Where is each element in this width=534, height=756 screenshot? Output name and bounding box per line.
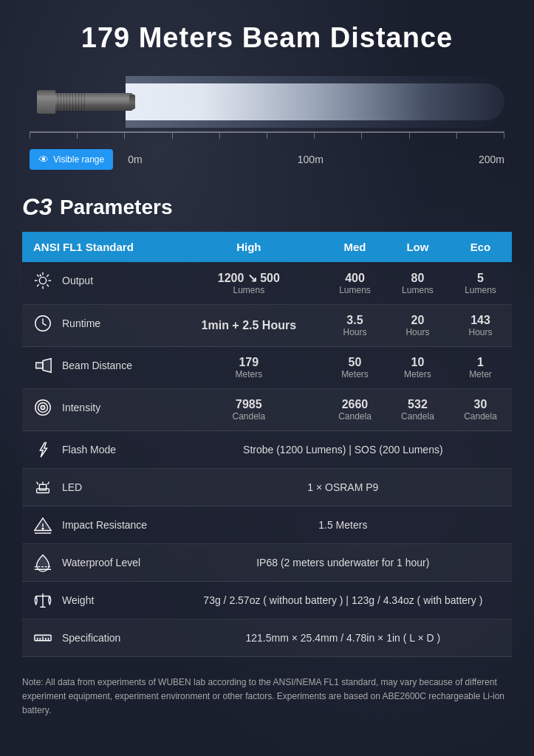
- scale-100m: 100m: [298, 154, 324, 165]
- flashlight-tail: [129, 94, 135, 109]
- eco-cell-intensity: 30Candela: [449, 389, 512, 431]
- label-cell-weight: Weight: [22, 582, 174, 619]
- low-cell-output: 80Lumens: [386, 262, 449, 305]
- low-cell-beam-distance: 10Meters: [386, 347, 449, 389]
- span-cell-flash-mode: Strobe (1200 Lumens) | SOS (200 Lumens): [174, 431, 512, 469]
- tick-5: [267, 133, 267, 139]
- params-title: C3 Parameters: [22, 193, 512, 221]
- eco-cell-runtime: 143Hours: [449, 305, 512, 347]
- flashlight-visual: [0, 76, 534, 128]
- icon-target: [30, 398, 56, 417]
- label-cell-intensity: Intensity: [22, 389, 174, 426]
- ruler-line: [30, 131, 504, 133]
- label-text-led: LED: [62, 481, 82, 493]
- label-text-beam-distance: Beam Distance: [62, 360, 132, 371]
- tick-6: [314, 133, 315, 139]
- med-cell-output: 400Lumens: [324, 262, 386, 305]
- span-cell-specification: 121.5mm × 25.4mm / 4.78in × 1in ( L × D …: [174, 619, 512, 657]
- flashlight-bezel: [37, 90, 55, 114]
- label-text-weight: Weight: [62, 594, 94, 606]
- icon-led: [30, 478, 56, 497]
- tick-2: [124, 133, 125, 139]
- note-section: Note: All data from experiments of WUBEN…: [0, 664, 534, 733]
- parameters-section: C3 Parameters ANSI FL1 Standard High Med…: [0, 179, 534, 664]
- params-label: Parameters: [60, 196, 173, 219]
- med-cell-runtime: 3.5Hours: [324, 305, 386, 347]
- table-row: Weight 73g / 2.57oz ( without battery ) …: [22, 582, 512, 619]
- high-cell-intensity: 7985Candela: [174, 389, 324, 431]
- span-cell-weight: 73g / 2.57oz ( without battery ) | 123g …: [174, 582, 512, 619]
- range-scale: 0m 100m 200m: [128, 154, 504, 165]
- table-row: Output 1200 ↘ 500Lumens 400Lumens 80Lume…: [22, 262, 512, 305]
- header-high: High: [174, 232, 324, 262]
- label-cell-led: LED: [22, 469, 174, 506]
- span-cell-waterproof: IP68 (2 meters underwater for 1 hour): [174, 544, 512, 582]
- tick-10: [504, 133, 504, 139]
- svg-marker-11: [36, 362, 43, 368]
- tick-1: [77, 133, 78, 139]
- svg-line-8: [37, 284, 39, 286]
- beam-distance-title: 179 Meters Beam Distance: [30, 22, 504, 54]
- svg-point-23: [42, 528, 44, 529]
- model-badge: C3: [22, 193, 52, 221]
- icon-lightning: [30, 440, 56, 459]
- span-cell-impact: 1.5 Meters: [174, 506, 512, 544]
- range-row: 👁 Visible range 0m 100m 200m: [0, 140, 534, 179]
- ruler-ticks: [30, 133, 504, 140]
- header-row: ANSI FL1 Standard High Med Low Eco: [22, 232, 512, 262]
- table-header: ANSI FL1 Standard High Med Low Eco: [22, 232, 512, 262]
- span-cell-led: 1 × OSRAM P9: [174, 469, 512, 506]
- svg-rect-16: [37, 489, 49, 493]
- ruler-wrapper: [0, 131, 534, 140]
- high-cell-beam-distance: 179Meters: [174, 347, 324, 389]
- header-standard: ANSI FL1 Standard: [22, 232, 174, 262]
- eye-icon: 👁: [38, 154, 49, 165]
- icon-beam: [30, 356, 56, 375]
- flashlight-beam-container: [30, 76, 504, 128]
- tick-8: [409, 133, 410, 139]
- low-cell-runtime: 20Hours: [386, 305, 449, 347]
- label-text-impact: Impact Resistance: [62, 519, 147, 531]
- svg-line-20: [48, 482, 49, 485]
- label-cell-waterproof: Waterproof Level: [22, 544, 174, 581]
- table-row: Waterproof Level IP68 (2 meters underwat…: [22, 544, 512, 582]
- header-eco: Eco: [449, 232, 512, 262]
- icon-scale: [30, 591, 56, 610]
- svg-line-6: [47, 284, 49, 286]
- svg-marker-12: [43, 359, 51, 373]
- label-text-output: Output: [62, 275, 93, 286]
- svg-line-9: [40, 275, 41, 277]
- eco-cell-beam-distance: 1Meter: [449, 347, 512, 389]
- label-cell-specification: Specification: [22, 619, 174, 656]
- label-text-intensity: Intensity: [62, 402, 100, 413]
- icon-sun: [30, 271, 56, 290]
- icon-impact: [30, 515, 56, 535]
- med-cell-intensity: 2660Candela: [324, 389, 386, 431]
- svg-line-7: [47, 275, 49, 277]
- tick-9: [456, 133, 457, 139]
- table-row: Impact Resistance 1.5 Meters: [22, 506, 512, 544]
- svg-point-15: [41, 405, 45, 410]
- header-med: Med: [324, 232, 386, 262]
- header-low: Low: [386, 232, 449, 262]
- label-cell-runtime: Runtime: [22, 305, 174, 342]
- label-text-waterproof: Waterproof Level: [62, 557, 140, 568]
- high-cell-output: 1200 ↘ 500Lumens: [174, 262, 324, 305]
- label-text-specification: Specification: [62, 632, 120, 644]
- high-cell-runtime: 1min + 2.5 Hours: [174, 305, 324, 347]
- tick-3: [172, 133, 173, 139]
- table-row: Runtime 1min + 2.5 Hours 3.5Hours 20Hour…: [22, 305, 512, 347]
- label-text-flash-mode: Flash Mode: [62, 444, 116, 456]
- label-cell-impact: Impact Resistance: [22, 506, 174, 543]
- label-cell-output: Output: [22, 262, 174, 299]
- visible-range-label: Visible range: [53, 154, 104, 165]
- table-row: Intensity 7985Candela 2660Candela 532Can…: [22, 389, 512, 431]
- svg-point-0: [39, 277, 46, 284]
- table-row: Specification 121.5mm × 25.4mm / 4.78in …: [22, 619, 512, 657]
- svg-rect-17: [39, 484, 46, 489]
- label-cell-flash-mode: Flash Mode: [22, 431, 174, 468]
- svg-line-18: [37, 482, 38, 485]
- hero-section: 179 Meters Beam Distance: [0, 0, 534, 76]
- tick-4: [219, 133, 220, 139]
- icon-ruler: [30, 628, 56, 647]
